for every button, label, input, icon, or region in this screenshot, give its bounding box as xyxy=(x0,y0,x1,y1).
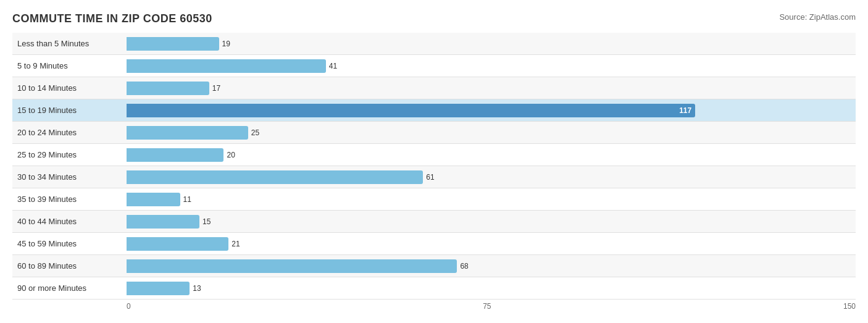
bar-row: Less than 5 Minutes19 xyxy=(12,33,856,55)
bar-area: 13 xyxy=(127,277,856,299)
x-axis-label: 0 xyxy=(127,302,131,311)
row-label: 90 or more Minutes xyxy=(12,283,127,293)
chart-source: Source: ZipAtlas.com xyxy=(779,12,856,22)
bar-value: 15 xyxy=(202,217,211,226)
row-label: 25 to 29 Minutes xyxy=(12,150,127,159)
row-label: 35 to 39 Minutes xyxy=(12,195,127,204)
bar-row: 35 to 39 Minutes11 xyxy=(12,188,856,211)
bar: 117 xyxy=(127,104,695,117)
bar-row: 90 or more Minutes13 xyxy=(12,277,856,300)
row-label: Less than 5 Minutes xyxy=(12,39,127,48)
bar xyxy=(127,37,219,51)
row-label: 10 to 14 Minutes xyxy=(12,83,127,93)
bar xyxy=(127,59,326,73)
bar-area: 61 xyxy=(127,166,856,188)
bar-row: 45 to 59 Minutes21 xyxy=(12,233,856,255)
bar-value: 68 xyxy=(460,262,468,271)
bar-area: 20 xyxy=(127,144,856,166)
chart-header: COMMUTE TIME IN ZIP CODE 60530 Source: Z… xyxy=(12,12,856,25)
bar-value: 61 xyxy=(426,173,434,182)
bar-area: 25 xyxy=(127,122,856,143)
bar-value: 20 xyxy=(227,151,235,159)
bar-value: 25 xyxy=(251,128,259,137)
bar-value: 13 xyxy=(193,284,201,293)
bar-area: 68 xyxy=(127,255,856,277)
bar-area: 21 xyxy=(127,233,856,254)
bar xyxy=(127,282,190,295)
chart-body: Less than 5 Minutes195 to 9 Minutes4110 … xyxy=(12,33,856,300)
bar-area: 15 xyxy=(127,211,856,232)
bar xyxy=(127,170,423,184)
x-axis: 075150 xyxy=(12,302,856,311)
bar-row: 40 to 44 Minutes15 xyxy=(12,211,856,233)
x-axis-label: 150 xyxy=(843,302,856,311)
row-label: 45 to 59 Minutes xyxy=(12,239,127,248)
bar-row: 15 to 19 Minutes117 xyxy=(12,99,856,122)
bar-value: 117 xyxy=(679,106,691,115)
bar-row: 20 to 24 Minutes25 xyxy=(12,122,856,144)
row-label: 30 to 34 Minutes xyxy=(12,172,127,182)
row-label: 60 to 89 Minutes xyxy=(12,261,127,271)
x-axis-label: 75 xyxy=(483,302,491,311)
bar xyxy=(127,215,199,229)
x-axis-labels: 075150 xyxy=(127,302,856,311)
bar-value: 17 xyxy=(212,84,220,93)
bar-value: 41 xyxy=(329,62,337,70)
bar-value: 19 xyxy=(222,40,230,48)
row-label: 15 to 19 Minutes xyxy=(12,106,127,115)
bar-row: 25 to 29 Minutes20 xyxy=(12,144,856,166)
bar-value: 11 xyxy=(183,195,191,204)
row-label: 5 to 9 Minutes xyxy=(12,61,127,70)
bar xyxy=(127,148,223,162)
bar xyxy=(127,126,248,140)
bar-row: 10 to 14 Minutes17 xyxy=(12,77,856,99)
bar-value: 21 xyxy=(232,240,240,248)
chart-title: COMMUTE TIME IN ZIP CODE 60530 xyxy=(12,12,212,25)
bar-row: 5 to 9 Minutes41 xyxy=(12,55,856,77)
bar xyxy=(127,82,209,95)
bar xyxy=(127,237,228,251)
bar-row: 60 to 89 Minutes68 xyxy=(12,255,856,277)
row-label: 40 to 44 Minutes xyxy=(12,217,127,226)
bar-area: 41 xyxy=(127,55,856,77)
bar-row: 30 to 34 Minutes61 xyxy=(12,166,856,188)
bar-area: 17 xyxy=(127,77,856,99)
chart-container: COMMUTE TIME IN ZIP CODE 60530 Source: Z… xyxy=(0,0,868,323)
bar xyxy=(127,193,180,206)
row-label: 20 to 24 Minutes xyxy=(12,128,127,137)
bar-area: 11 xyxy=(127,188,856,210)
bar xyxy=(127,259,457,273)
bar-area: 117 xyxy=(127,99,856,121)
bar-area: 19 xyxy=(127,33,856,54)
